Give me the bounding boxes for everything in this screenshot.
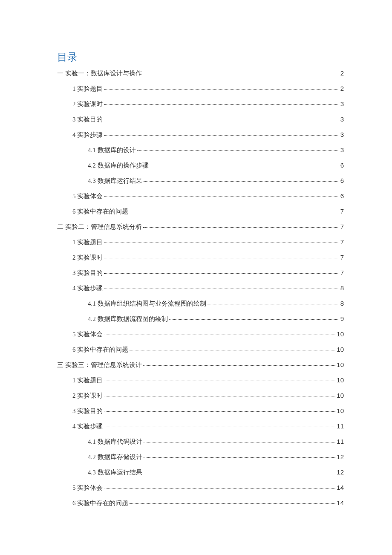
toc-leader-dots (130, 503, 335, 504)
toc-entry-page: 11 (337, 423, 344, 429)
toc-entry: 1 实验题目7 (57, 239, 344, 254)
toc-entry-page: 6 (340, 162, 344, 168)
toc-entry-page: 6 (340, 177, 344, 184)
toc-entry: 4 实验步骤11 (57, 423, 344, 438)
toc-leader-dots (104, 120, 339, 120)
toc-leader-dots (104, 289, 339, 289)
toc-leader-dots (104, 104, 339, 105)
toc-list: 一 实验一：数据库设计与操作21 实验题目22 实验课时33 实验目的34 实验… (57, 70, 344, 515)
toc-entry-label: 5 实验体会 (72, 331, 103, 338)
toc-entry-page: 3 (340, 101, 344, 107)
toc-entry-page: 8 (340, 285, 344, 291)
toc-entry-label: 4 实验步骤 (72, 423, 103, 430)
toc-entry-page: 10 (337, 331, 344, 337)
toc-entry: 4 实验步骤3 (57, 131, 344, 147)
toc-entry: 1 实验题目2 (57, 85, 344, 101)
toc-entry-label: 2 实验课时 (72, 101, 103, 107)
toc-entry: 1 实验题目10 (57, 377, 344, 392)
toc-entry-page: 10 (337, 392, 344, 399)
toc-entry-label: 4.3 数据库运行结果 (88, 178, 142, 184)
toc-entry-page: 10 (337, 361, 344, 368)
toc-leader-dots (150, 166, 339, 166)
toc-entry-page: 6 (340, 193, 344, 199)
toc-leader-dots (104, 488, 335, 489)
toc-entry-label: 4.2 数据库数据流程图的绘制 (88, 316, 168, 322)
toc-entry-page: 3 (340, 147, 344, 153)
toc-entry-label: 3 实验目的 (72, 270, 103, 276)
toc-leader-dots (104, 396, 335, 396)
toc-entry: 6 实验中存在的问题14 (57, 500, 344, 515)
toc-leader-dots (104, 411, 335, 412)
toc-entry: 5 实验体会14 (57, 484, 344, 500)
toc-entry: 5 实验体会6 (57, 193, 344, 208)
toc-entry: 4.1 数据库代码设计11 (57, 438, 344, 454)
toc-entry-label: 4.1 数据库组织结构图与业务流程图的绘制 (88, 301, 206, 307)
toc-entry-page: 14 (337, 500, 344, 506)
toc-entry-page: 7 (340, 223, 344, 230)
toc-entry: 一 实验一：数据库设计与操作2 (57, 70, 344, 85)
toc-entry: 6 实验中存在的问题10 (57, 346, 344, 361)
toc-entry-page: 10 (337, 408, 344, 414)
toc-entry-label: 3 实验目的 (72, 116, 103, 123)
toc-entry-page: 10 (337, 346, 344, 353)
toc-leader-dots (144, 181, 339, 182)
toc-leader-dots (130, 212, 339, 212)
toc-leader-dots (208, 304, 339, 304)
toc-entry: 二 实验二：管理信息系统分析7 (57, 223, 344, 239)
toc-leader-dots (130, 350, 335, 350)
toc-entry-page: 3 (340, 116, 344, 122)
toc-leader-dots (104, 135, 339, 136)
toc-entry-label: 2 实验课时 (72, 254, 103, 261)
toc-entry-label: 2 实验课时 (72, 393, 103, 399)
toc-leader-dots (144, 473, 336, 473)
toc-leader-dots (104, 273, 339, 274)
toc-entry-page: 14 (337, 484, 344, 491)
document-page: 目录 一 实验一：数据库设计与操作21 实验题目22 实验课时33 实验目的34… (0, 0, 392, 555)
toc-entry-label: 5 实验体会 (72, 193, 103, 199)
toc-leader-dots (169, 319, 339, 320)
toc-entry-label: 6 实验中存在的问题 (72, 500, 128, 506)
toc-entry-page: 9 (340, 315, 344, 322)
toc-leader-dots (104, 427, 335, 427)
toc-entry-label: 3 实验目的 (72, 408, 103, 414)
toc-entry: 2 实验课时10 (57, 392, 344, 408)
toc-entry: 5 实验体会10 (57, 331, 344, 346)
toc-leader-dots (104, 243, 339, 243)
toc-leader-dots (143, 365, 336, 366)
toc-entry: 4.2 数据库数据流程图的绘制9 (57, 315, 344, 331)
toc-leader-dots (104, 335, 335, 335)
toc-entry-label: 4.1 数据库的设计 (88, 147, 136, 153)
toc-entry: 4 实验步骤8 (57, 285, 344, 300)
toc-entry: 2 实验课时7 (57, 254, 344, 269)
toc-entry-page: 7 (340, 254, 344, 260)
toc-entry-page: 11 (337, 438, 344, 445)
toc-entry-page: 3 (340, 131, 344, 138)
toc-entry-page: 7 (340, 239, 344, 245)
toc-entry-label: 4 实验步骤 (72, 132, 103, 138)
toc-entry: 4.3 数据库运行结果12 (57, 469, 344, 484)
toc-entry-label: 4 实验步骤 (72, 285, 103, 292)
toc-entry: 三 实验三：管理信息系统设计10 (57, 361, 344, 377)
toc-entry-label: 5 实验体会 (72, 485, 103, 491)
toc-entry-page: 7 (340, 269, 344, 276)
toc-entry-label: 4.2 数据库的操作步骤 (88, 162, 149, 169)
toc-entry-label: 三 实验三：管理信息系统设计 (57, 362, 142, 368)
toc-entry-label: 4.2 数据库存储设计 (88, 454, 142, 460)
toc-entry-page: 8 (340, 300, 344, 306)
toc-entry-label: 6 实验中存在的问题 (72, 347, 128, 353)
toc-leader-dots (143, 227, 339, 228)
toc-entry-page: 12 (337, 454, 344, 460)
toc-entry: 3 实验目的10 (57, 408, 344, 423)
toc-entry-label: 4.1 数据库代码设计 (88, 439, 142, 445)
toc-entry: 4.2 数据库的操作步骤6 (57, 162, 344, 177)
toc-entry: 4.1 数据库的设计3 (57, 147, 344, 162)
toc-entry-label: 6 实验中存在的问题 (72, 208, 128, 215)
toc-entry-page: 2 (340, 85, 344, 92)
toc-entry: 4.3 数据库运行结果6 (57, 177, 344, 193)
toc-leader-dots (104, 197, 339, 197)
toc-entry-label: 1 实验题目 (72, 377, 103, 384)
toc-leader-dots (104, 89, 339, 90)
toc-entry-label: 二 实验二：管理信息系统分析 (57, 224, 142, 230)
toc-entry-page: 7 (340, 208, 344, 214)
toc-entry-page: 10 (337, 377, 344, 383)
